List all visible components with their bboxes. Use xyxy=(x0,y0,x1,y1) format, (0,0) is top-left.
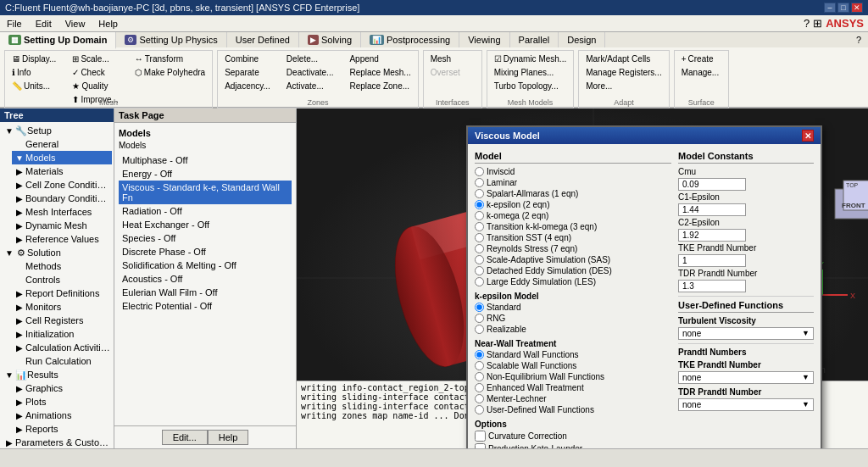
radio-standard[interactable]: Standard xyxy=(475,303,671,312)
tree-item-general[interactable]: General xyxy=(12,137,112,151)
tree-item-params[interactable]: ▶ Parameters & Customiz... xyxy=(2,436,112,448)
btn-deactivate[interactable]: Deactivate... xyxy=(283,66,337,79)
layout-icon[interactable]: ⊞ xyxy=(813,17,822,30)
btn-turbo-topology[interactable]: Turbo Topology... xyxy=(491,80,570,92)
radio-realizable[interactable]: Realizable xyxy=(475,325,671,334)
model-multiphase[interactable]: Multiphase - Off xyxy=(119,153,292,167)
minimize-button[interactable]: – xyxy=(824,3,836,13)
tab-viewing[interactable]: Viewing xyxy=(459,32,509,47)
model-radiation[interactable]: Radiation - Off xyxy=(119,204,292,218)
menu-view[interactable]: View xyxy=(58,15,92,31)
btn-units[interactable]: 📏 Units... xyxy=(8,80,59,92)
const-c1epsilon-value[interactable] xyxy=(678,203,746,216)
tree-item-materials[interactable]: ▶ Materials xyxy=(12,164,112,178)
model-species[interactable]: Species - Off xyxy=(119,231,292,245)
tree-item-cellzone[interactable]: ▶ Cell Zone Conditions xyxy=(12,178,112,192)
const-c2epsilon-value[interactable] xyxy=(678,229,746,242)
tab-parallel[interactable]: Parallel xyxy=(510,32,559,47)
radio-des[interactable]: Detached Eddy Simulation (DES) xyxy=(475,266,671,275)
radio-userdefined-wall[interactable]: User-Defined Wall Functions xyxy=(475,405,671,414)
turb-visc-dropdown[interactable]: none ▼ xyxy=(678,327,814,340)
menu-edit[interactable]: Edit xyxy=(29,15,58,31)
help-icon[interactable]: ? xyxy=(804,17,810,30)
radio-nonequil-wall[interactable]: Non-Equilibrium Wall Functions xyxy=(475,372,671,381)
btn-quality[interactable]: ★ Quality xyxy=(69,80,121,92)
maximize-button[interactable]: □ xyxy=(837,3,849,13)
tree-item-controls[interactable]: Controls xyxy=(12,273,112,286)
radio-laminar[interactable]: Laminar xyxy=(475,178,671,187)
tree-item-reports[interactable]: ▶ Reports xyxy=(12,422,112,436)
tree-item-setup[interactable]: ▼ 🔧 Setup xyxy=(2,124,112,137)
tree-item-graphics[interactable]: ▶ Graphics xyxy=(12,381,112,395)
model-solidification[interactable]: Solidification & Melting - Off xyxy=(119,259,292,272)
tree-item-meshinterfaces[interactable]: ▶ Mesh Interfaces xyxy=(12,205,112,219)
tab-postprocessing[interactable]: 📊 Postprocessing xyxy=(361,32,459,47)
tree-item-monitors[interactable]: ▶ Monitors xyxy=(12,300,112,314)
btn-create-surface[interactable]: + Create xyxy=(678,53,722,65)
tree-item-dynamicmesh[interactable]: ▶ Dynamic Mesh xyxy=(12,219,112,232)
tree-item-cellreg[interactable]: ▶ Cell Registers xyxy=(12,314,112,327)
tree-item-refvalues[interactable]: ▶ Reference Values xyxy=(12,232,112,246)
check-curvature[interactable]: Curvature Correction xyxy=(475,431,671,442)
btn-info[interactable]: ℹ Info xyxy=(8,66,59,79)
tree-item-solution[interactable]: ▼ ⚙ Solution xyxy=(2,246,112,259)
btn-transform[interactable]: ↔ Transform xyxy=(131,53,209,65)
radio-standard-wall[interactable]: Standard Wall Functions xyxy=(475,350,671,359)
tab-setting-up-physics[interactable]: ⚙ Setting Up Physics xyxy=(116,32,226,47)
radio-scalable-wall[interactable]: Scalable Wall Functions xyxy=(475,361,671,370)
tree-item-models[interactable]: ▼ Models xyxy=(12,151,112,164)
radio-transition-sst[interactable]: Transition SST (4 eqn) xyxy=(475,233,671,242)
model-acoustics[interactable]: Acoustics - Off xyxy=(119,272,292,286)
tree-item-methods[interactable]: Methods xyxy=(12,259,112,273)
btn-overset[interactable]: Overset xyxy=(427,66,464,79)
tke-prandtl-dropdown[interactable]: none ▼ xyxy=(678,371,814,384)
radio-kepsilon[interactable]: k-epsilon (2 eqn) xyxy=(475,200,671,209)
tree-item-boundary[interactable]: ▶ Boundary Conditions xyxy=(12,192,112,205)
btn-mark-adapt[interactable]: Mark/Adapt Cells xyxy=(582,53,665,65)
btn-delete[interactable]: Delete... xyxy=(283,53,337,65)
const-cmu-value[interactable] xyxy=(678,178,746,191)
tree-item-calcact[interactable]: ▶ Calculation Activities xyxy=(12,341,112,354)
btn-adjacency[interactable]: Adjacency... xyxy=(221,80,274,92)
tab-setting-up-domain[interactable]: ▦ Setting Up Domain xyxy=(0,32,116,49)
menu-file[interactable]: File xyxy=(0,15,29,31)
model-eulerianwall[interactable]: Eulerian Wall Film - Off xyxy=(119,286,292,299)
btn-make-polyhedra[interactable]: ⬡ Make Polyhedra xyxy=(131,66,209,79)
tab-solving[interactable]: ▶ Solving xyxy=(299,32,361,47)
tree-item-init[interactable]: ▶ Initialization xyxy=(12,327,112,341)
radio-menter[interactable]: Menter-Lechner xyxy=(475,394,671,403)
const-tdrprandtl-value[interactable] xyxy=(678,280,746,292)
btn-manage-surface[interactable]: Manage... xyxy=(678,66,722,79)
btn-scale[interactable]: ⊞ Scale... xyxy=(69,53,121,65)
model-electricpotential[interactable]: Electric Potential - Off xyxy=(119,299,292,313)
btn-manage-registers[interactable]: Manage Registers... xyxy=(582,66,665,79)
radio-transition-kkl[interactable]: Transition k-kl-omega (3 eqn) xyxy=(475,222,671,231)
radio-reynolds[interactable]: Reynolds Stress (7 eqn) xyxy=(475,244,671,253)
tree-item-results[interactable]: ▼ 📊 Results xyxy=(2,368,112,381)
radio-spalart[interactable]: Spalart-Allmaras (1 eqn) xyxy=(475,189,671,198)
tree-item-reportdefs[interactable]: ▶ Report Definitions xyxy=(12,286,112,300)
model-discretephase[interactable]: Discrete Phase - Off xyxy=(119,245,292,259)
btn-replace-mesh[interactable]: Replace Mesh... xyxy=(346,66,414,79)
help-models-button[interactable]: Help xyxy=(208,430,249,445)
radio-enhanced-wall[interactable]: Enhanced Wall Treatment xyxy=(475,383,671,392)
radio-rng[interactable]: RNG xyxy=(475,314,671,323)
edit-button[interactable]: Edit... xyxy=(162,430,208,445)
radio-les[interactable]: Large Eddy Simulation (LES) xyxy=(475,277,671,286)
btn-check[interactable]: ✓ Check xyxy=(69,66,121,79)
dialog-close-button[interactable]: ✕ xyxy=(802,130,814,142)
model-heatexchanger[interactable]: Heat Exchanger - Off xyxy=(119,218,292,231)
btn-activate[interactable]: Activate... xyxy=(283,80,337,92)
tdr-prandtl-dropdown[interactable]: none ▼ xyxy=(678,398,814,411)
tab-user-defined[interactable]: User Defined xyxy=(227,32,299,47)
tree-item-animations[interactable]: ▶ Animations xyxy=(12,409,112,422)
btn-adapt-more[interactable]: More... xyxy=(582,80,665,92)
radio-komega[interactable]: k-omega (2 eqn) xyxy=(475,211,671,220)
btn-mesh-interface[interactable]: Mesh xyxy=(427,53,464,65)
menu-help[interactable]: Help xyxy=(92,15,125,31)
tab-design[interactable]: Design xyxy=(559,32,605,47)
btn-replace-zone[interactable]: Replace Zone... xyxy=(346,80,414,92)
model-energy[interactable]: Energy - Off xyxy=(119,167,292,181)
btn-mixing-planes[interactable]: Mixing Planes... xyxy=(491,66,570,79)
close-button[interactable]: ✕ xyxy=(851,3,863,13)
